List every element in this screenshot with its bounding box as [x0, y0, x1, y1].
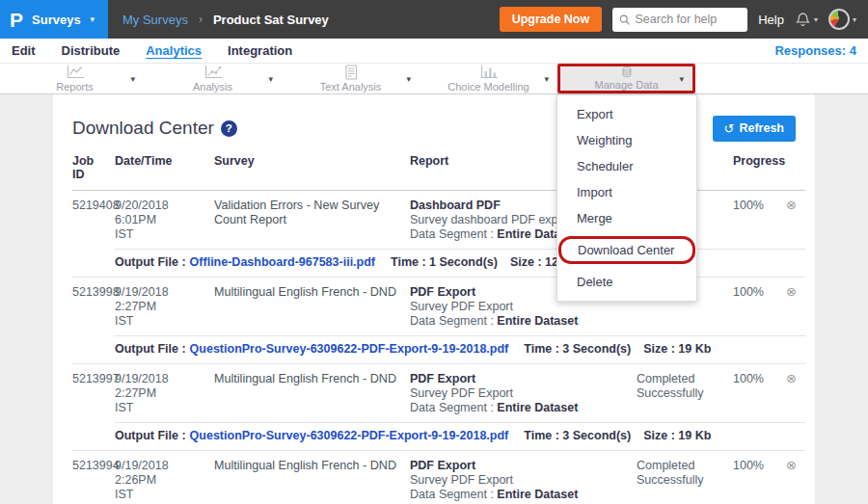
job-output-row: Output File : QuestionPro-Survey-6309622…	[115, 335, 805, 363]
menu-item[interactable]: Merge	[557, 205, 696, 231]
refresh-label: Refresh	[739, 121, 784, 135]
remove-job-icon[interactable]: ⊗	[786, 371, 797, 385]
job-survey-name: Validation Errors - New Survey Count Rep…	[214, 199, 410, 242]
table-row: 5213994 9/19/2018 2:26PM IST Multilingua…	[72, 451, 805, 504]
report-data-segment: Data Segment : Entire Dataset	[410, 488, 608, 502]
breadcrumb: My Surveys › Product Sat Survey	[122, 13, 329, 27]
account-menu-button[interactable]: ▾	[828, 9, 856, 30]
job-timezone: IST	[115, 227, 204, 242]
remove-job-icon[interactable]: ⊗	[786, 284, 797, 299]
search-input[interactable]	[636, 13, 742, 26]
job-survey-name: Multilingual English French - DND	[214, 285, 410, 329]
job-progress: 100%	[733, 459, 786, 502]
job-survey-name: Multilingual English French - DND	[214, 459, 410, 502]
line-chart-icon	[66, 65, 85, 80]
job-progress: 100%	[733, 199, 786, 242]
chevron-down-icon[interactable]: ▾	[679, 74, 684, 84]
responses-count: Responses: 4	[774, 43, 856, 58]
job-output-row: Output File : Offline-Dashboard-967583-i…	[115, 249, 805, 277]
chevron-down-icon[interactable]: ▾	[130, 74, 135, 84]
nav-item-edit[interactable]: Edit	[12, 43, 36, 58]
job-progress: 100%	[733, 285, 786, 329]
header-actions	[786, 154, 805, 181]
menu-item[interactable]: Import	[557, 179, 696, 205]
bell-icon	[795, 12, 811, 28]
toolbar-choice-modelling[interactable]: Choice Modelling ▾	[420, 64, 557, 93]
job-status: Completed Successfully	[617, 459, 733, 502]
job-date-line1: 9/20/2018 6:01PM	[115, 199, 204, 227]
nav-item-integration[interactable]: Integration	[228, 43, 292, 58]
help-badge-icon[interactable]: ?	[221, 120, 237, 137]
report-name: PDF Export	[410, 372, 608, 386]
output-file-link[interactable]: QuestionPro-Survey-6309622-PDF-Export-9-…	[190, 429, 509, 443]
output-time: Time : 3 Second(s)	[524, 429, 631, 443]
job-timezone: IST	[115, 488, 204, 502]
job-id: 5213994	[72, 459, 115, 502]
chevron-down-icon[interactable]: ▾	[268, 74, 273, 84]
toolbar-text-analysis[interactable]: Text Analysis ▾	[282, 64, 420, 93]
report-name: PDF Export	[410, 459, 608, 473]
output-time: Time : 1 Second(s)	[391, 255, 498, 270]
job-progress: 100%	[733, 372, 786, 415]
segment-label: Data Segment :	[410, 401, 497, 414]
notifications-button[interactable]: ▾	[795, 12, 818, 28]
product-switcher-label: Surveys	[32, 13, 81, 27]
menu-item[interactable]: Weighting	[557, 127, 696, 153]
job-timezone: IST	[115, 401, 204, 415]
toolbar-reports-label: Reports	[56, 81, 94, 93]
download-center-header: Download Center ? ↺ Refresh	[53, 94, 815, 145]
breadcrumb-my-surveys[interactable]: My Surveys	[122, 13, 188, 27]
product-switcher[interactable]: P Surveys ▾	[0, 0, 108, 39]
refresh-icon: ↺	[724, 121, 735, 136]
remove-job-icon[interactable]: ⊗	[786, 458, 797, 472]
chevron-down-icon: ▾	[853, 15, 856, 24]
help-link[interactable]: Help	[758, 13, 784, 27]
header-progress: Progress	[733, 154, 786, 181]
output-file-link[interactable]: Offline-Dashboard-967583-iii.pdf	[190, 255, 375, 270]
top-bar: P Surveys ▾ My Surveys › Product Sat Sur…	[0, 0, 868, 39]
toolbar-manage-data[interactable]: Manage Data ▾	[557, 64, 695, 93]
chevron-down-icon: ▾	[91, 14, 95, 24]
trend-chart-icon	[203, 65, 223, 80]
toolbar-text-analysis-label: Text Analysis	[320, 81, 382, 93]
chevron-down-icon[interactable]: ▾	[406, 74, 411, 84]
menu-item[interactable]: Export	[557, 101, 696, 127]
menu-item[interactable]: Download Center	[558, 236, 695, 264]
job-timezone: IST	[115, 314, 204, 329]
refresh-button[interactable]: ↺ Refresh	[713, 116, 796, 142]
chevron-down-icon[interactable]: ▾	[544, 74, 549, 84]
job-report: PDF Export Survey PDF Export Data Segmen…	[410, 459, 617, 502]
toolbar-manage-data-label: Manage Data	[594, 79, 658, 91]
job-date-line1: 9/19/2018 2:27PM	[115, 285, 204, 314]
report-description: Survey PDF Export	[410, 473, 608, 488]
manage-data-dropdown-menu: Export Weighting Scheduler Import Merge …	[556, 94, 697, 302]
header-date-time: Date/Time	[115, 154, 214, 181]
job-date-line1: 9/19/2018 2:26PM	[115, 459, 204, 488]
segment-label: Data Segment :	[410, 227, 497, 241]
header-job-id: Job ID	[72, 154, 115, 181]
job-date: 9/19/2018 2:27PM IST	[115, 372, 214, 415]
job-id: 5213997	[72, 372, 115, 415]
topbar-right-controls: Upgrade Now Help ▾ ▾	[500, 7, 868, 32]
output-file-label: Output File :	[115, 255, 186, 270]
questionpro-logo-icon: P	[10, 10, 23, 30]
output-file-link[interactable]: QuestionPro-Survey-6309622-PDF-Export-9-…	[190, 342, 509, 357]
nav-item-analytics[interactable]: Analytics	[146, 43, 202, 58]
nav-item-distribute[interactable]: Distribute	[62, 43, 121, 58]
help-search-box[interactable]	[612, 8, 747, 32]
section-nav: Edit Distribute Analytics Integration Re…	[0, 39, 868, 63]
toolbar-choice-modelling-label: Choice Modelling	[448, 81, 529, 93]
segment-label: Data Segment :	[410, 314, 497, 328]
remove-job-icon[interactable]: ⊗	[786, 198, 797, 212]
toolbar-analysis[interactable]: Analysis ▾	[144, 64, 282, 93]
report-data-segment: Data Segment : Entire Dataset	[410, 401, 608, 415]
report-description: Survey PDF Export	[410, 386, 608, 401]
menu-item[interactable]: Scheduler	[557, 153, 696, 179]
menu-item[interactable]: Delete	[557, 269, 696, 295]
job-date-line1: 9/19/2018 2:27PM	[115, 372, 204, 401]
job-id: 5219408	[72, 199, 115, 242]
job-status: Completed Successfully	[617, 372, 733, 415]
upgrade-now-button[interactable]: Upgrade Now	[500, 7, 603, 32]
toolbar-reports[interactable]: Reports ▾	[6, 64, 144, 93]
chevron-down-icon: ▾	[814, 15, 818, 24]
